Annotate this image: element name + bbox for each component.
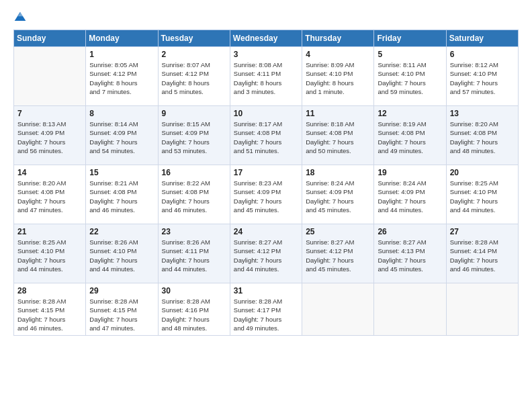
day-number: 20 xyxy=(450,168,515,177)
day-info: Sunrise: 8:22 AMSunset: 4:08 PMDaylight:… xyxy=(162,179,226,214)
day-number: 23 xyxy=(162,227,226,236)
day-info: Sunrise: 8:13 AMSunset: 4:09 PMDaylight:… xyxy=(17,120,82,155)
calendar-cell: 3Sunrise: 8:08 AMSunset: 4:11 PMDaylight… xyxy=(230,47,302,106)
page: SundayMondayTuesdayWednesdayThursdayFrid… xyxy=(0,0,532,411)
day-number: 1 xyxy=(89,50,154,59)
calendar-cell: 10Sunrise: 8:17 AMSunset: 4:08 PMDayligh… xyxy=(230,106,302,165)
day-info: Sunrise: 8:12 AMSunset: 4:10 PMDaylight:… xyxy=(450,60,515,96)
calendar-day-header: Tuesday xyxy=(158,30,230,47)
day-info: Sunrise: 8:20 AMSunset: 4:08 PMDaylight:… xyxy=(450,120,515,155)
calendar-day-header: Saturday xyxy=(446,30,518,47)
day-number: 4 xyxy=(306,50,370,59)
calendar-cell: 4Sunrise: 8:09 AMSunset: 4:10 PMDaylight… xyxy=(302,47,374,106)
logo xyxy=(13,11,30,24)
day-number: 24 xyxy=(234,227,298,236)
calendar-cell: 8Sunrise: 8:14 AMSunset: 4:09 PMDaylight… xyxy=(86,106,158,165)
day-number: 11 xyxy=(306,109,370,118)
calendar-cell: 13Sunrise: 8:20 AMSunset: 4:08 PMDayligh… xyxy=(446,106,518,165)
calendar-cell: 14Sunrise: 8:20 AMSunset: 4:08 PMDayligh… xyxy=(14,165,86,224)
svg-marker-1 xyxy=(18,12,24,17)
calendar-day-header: Thursday xyxy=(302,30,374,47)
day-info: Sunrise: 8:20 AMSunset: 4:08 PMDaylight:… xyxy=(17,179,82,214)
day-number: 7 xyxy=(17,109,82,118)
calendar-cell xyxy=(14,47,86,106)
calendar-cell: 26Sunrise: 8:27 AMSunset: 4:13 PMDayligh… xyxy=(374,224,446,283)
day-info: Sunrise: 8:09 AMSunset: 4:10 PMDaylight:… xyxy=(306,60,370,96)
day-info: Sunrise: 8:28 AMSunset: 4:14 PMDaylight:… xyxy=(450,238,515,273)
day-number: 19 xyxy=(378,168,442,177)
day-number: 27 xyxy=(450,227,515,236)
day-number: 9 xyxy=(162,109,226,118)
day-info: Sunrise: 8:15 AMSunset: 4:09 PMDaylight:… xyxy=(162,120,226,155)
calendar-cell xyxy=(446,283,518,336)
calendar-day-header: Monday xyxy=(86,30,158,47)
calendar-cell: 17Sunrise: 8:23 AMSunset: 4:09 PMDayligh… xyxy=(230,165,302,224)
calendar-cell: 21Sunrise: 8:25 AMSunset: 4:10 PMDayligh… xyxy=(14,224,86,283)
day-number: 15 xyxy=(89,168,154,177)
logo-icon xyxy=(13,11,27,24)
calendar-day-header: Friday xyxy=(374,30,446,47)
day-number: 22 xyxy=(89,227,154,236)
day-info: Sunrise: 8:26 AMSunset: 4:10 PMDaylight:… xyxy=(89,238,154,273)
day-number: 14 xyxy=(17,168,82,177)
day-number: 30 xyxy=(162,286,226,295)
calendar-cell: 16Sunrise: 8:22 AMSunset: 4:08 PMDayligh… xyxy=(158,165,230,224)
calendar-cell: 29Sunrise: 8:28 AMSunset: 4:15 PMDayligh… xyxy=(86,283,158,336)
day-info: Sunrise: 8:27 AMSunset: 4:13 PMDaylight:… xyxy=(378,238,442,273)
calendar-cell: 7Sunrise: 8:13 AMSunset: 4:09 PMDaylight… xyxy=(14,106,86,165)
day-number: 6 xyxy=(450,50,515,59)
day-info: Sunrise: 8:28 AMSunset: 4:15 PMDaylight:… xyxy=(89,297,154,332)
day-info: Sunrise: 8:25 AMSunset: 4:10 PMDaylight:… xyxy=(450,179,515,214)
day-number: 26 xyxy=(378,227,442,236)
calendar-cell: 22Sunrise: 8:26 AMSunset: 4:10 PMDayligh… xyxy=(86,224,158,283)
day-number: 13 xyxy=(450,109,515,118)
calendar-header-row: SundayMondayTuesdayWednesdayThursdayFrid… xyxy=(14,30,519,47)
day-info: Sunrise: 8:19 AMSunset: 4:08 PMDaylight:… xyxy=(378,120,442,155)
day-info: Sunrise: 8:17 AMSunset: 4:08 PMDaylight:… xyxy=(234,120,298,155)
day-info: Sunrise: 8:25 AMSunset: 4:10 PMDaylight:… xyxy=(17,238,82,273)
calendar-cell xyxy=(302,283,374,336)
day-number: 18 xyxy=(306,168,370,177)
calendar-cell: 2Sunrise: 8:07 AMSunset: 4:12 PMDaylight… xyxy=(158,47,230,106)
calendar-cell: 11Sunrise: 8:18 AMSunset: 4:08 PMDayligh… xyxy=(302,106,374,165)
calendar-cell: 12Sunrise: 8:19 AMSunset: 4:08 PMDayligh… xyxy=(374,106,446,165)
day-info: Sunrise: 8:11 AMSunset: 4:10 PMDaylight:… xyxy=(378,60,442,96)
day-info: Sunrise: 8:18 AMSunset: 4:08 PMDaylight:… xyxy=(306,120,370,155)
day-info: Sunrise: 8:08 AMSunset: 4:11 PMDaylight:… xyxy=(234,60,298,96)
calendar-cell: 6Sunrise: 8:12 AMSunset: 4:10 PMDaylight… xyxy=(446,47,518,106)
calendar-cell: 31Sunrise: 8:28 AMSunset: 4:17 PMDayligh… xyxy=(230,283,302,336)
day-info: Sunrise: 8:14 AMSunset: 4:09 PMDaylight:… xyxy=(89,120,154,155)
day-number: 12 xyxy=(378,109,442,118)
calendar-cell: 28Sunrise: 8:28 AMSunset: 4:15 PMDayligh… xyxy=(14,283,86,336)
day-info: Sunrise: 8:28 AMSunset: 4:17 PMDaylight:… xyxy=(234,297,298,332)
day-info: Sunrise: 8:23 AMSunset: 4:09 PMDaylight:… xyxy=(234,179,298,214)
day-number: 10 xyxy=(234,109,298,118)
calendar-cell: 20Sunrise: 8:25 AMSunset: 4:10 PMDayligh… xyxy=(446,165,518,224)
day-info: Sunrise: 8:21 AMSunset: 4:08 PMDaylight:… xyxy=(89,179,154,214)
calendar-cell: 27Sunrise: 8:28 AMSunset: 4:14 PMDayligh… xyxy=(446,224,518,283)
day-number: 28 xyxy=(17,286,82,295)
calendar-cell xyxy=(374,283,446,336)
calendar-cell: 19Sunrise: 8:24 AMSunset: 4:09 PMDayligh… xyxy=(374,165,446,224)
calendar-cell: 5Sunrise: 8:11 AMSunset: 4:10 PMDaylight… xyxy=(374,47,446,106)
day-number: 29 xyxy=(89,286,154,295)
header xyxy=(13,11,519,24)
day-number: 2 xyxy=(162,50,226,59)
day-info: Sunrise: 8:28 AMSunset: 4:16 PMDaylight:… xyxy=(162,297,226,332)
calendar: SundayMondayTuesdayWednesdayThursdayFrid… xyxy=(13,30,519,336)
calendar-day-header: Wednesday xyxy=(230,30,302,47)
day-number: 17 xyxy=(234,168,298,177)
day-info: Sunrise: 8:24 AMSunset: 4:09 PMDaylight:… xyxy=(378,179,442,214)
calendar-day-header: Sunday xyxy=(14,30,86,47)
calendar-cell: 25Sunrise: 8:27 AMSunset: 4:12 PMDayligh… xyxy=(302,224,374,283)
day-info: Sunrise: 8:24 AMSunset: 4:09 PMDaylight:… xyxy=(306,179,370,214)
day-number: 31 xyxy=(234,286,298,295)
calendar-cell: 18Sunrise: 8:24 AMSunset: 4:09 PMDayligh… xyxy=(302,165,374,224)
calendar-cell: 9Sunrise: 8:15 AMSunset: 4:09 PMDaylight… xyxy=(158,106,230,165)
day-number: 3 xyxy=(234,50,298,59)
day-number: 25 xyxy=(306,227,370,236)
day-info: Sunrise: 8:07 AMSunset: 4:12 PMDaylight:… xyxy=(162,60,226,96)
day-info: Sunrise: 8:28 AMSunset: 4:15 PMDaylight:… xyxy=(17,297,82,332)
day-info: Sunrise: 8:05 AMSunset: 4:12 PMDaylight:… xyxy=(89,60,154,96)
calendar-cell: 30Sunrise: 8:28 AMSunset: 4:16 PMDayligh… xyxy=(158,283,230,336)
